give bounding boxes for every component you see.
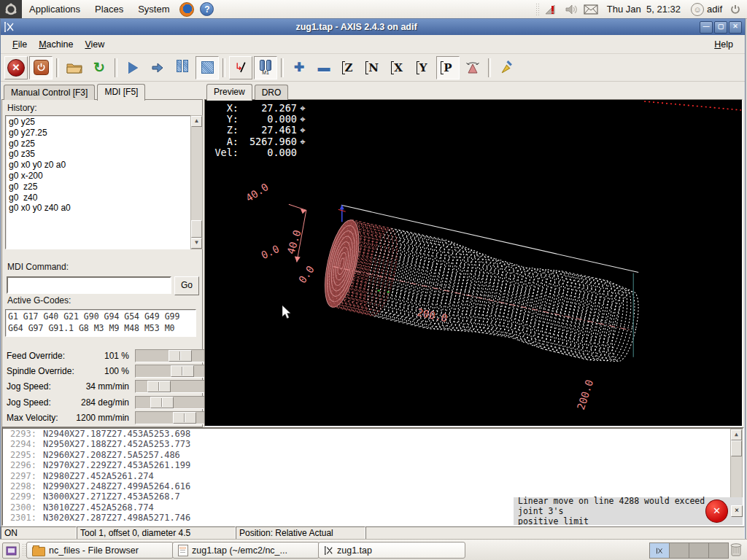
menu-view[interactable]: View (79, 38, 110, 51)
spindle-override-slider[interactable] (135, 365, 206, 378)
task-text-editor[interactable]: zug1.tap (~/emc2/nc_... (172, 542, 320, 559)
menu-machine[interactable]: Machine (33, 38, 79, 51)
workspace-1[interactable] (650, 543, 670, 558)
open-file-button[interactable] (63, 56, 86, 79)
view-x-button[interactable]: X (387, 56, 410, 79)
step-button[interactable] (146, 56, 169, 79)
history-item[interactable]: g0 x-200 (9, 171, 193, 182)
optional-stop-button[interactable]: M1 (254, 56, 277, 79)
view-z-button[interactable]: Z (337, 56, 360, 79)
slider-handle[interactable] (173, 412, 196, 424)
history-item[interactable]: g0 x0 y0 z40 a0 (9, 203, 193, 214)
gcode-line[interactable]: 2297:N2980Z27.452A5261.274 (3, 471, 743, 481)
dim-label-40-top: 40.0 (244, 181, 271, 204)
shutdown-applet[interactable] (729, 4, 741, 15)
slider-handle[interactable] (150, 397, 174, 408)
gcode-line-text: N2990X27.248Z27.499A5264.616 (43, 481, 190, 491)
feed-override-slider[interactable] (135, 349, 206, 362)
menu-file[interactable]: File (7, 38, 33, 51)
menu-help[interactable]: Help (708, 38, 739, 51)
history-item[interactable]: g0 z35 (9, 149, 193, 160)
scroll-thumb[interactable] (191, 220, 202, 238)
scroll-up-icon[interactable]: ▲ (731, 429, 742, 440)
mail-applet[interactable] (584, 4, 598, 15)
firefox-launcher[interactable] (179, 2, 194, 17)
gcode-listing[interactable]: 2293:N2940X27.187Z27.453A5253.698 2294:N… (1, 427, 744, 526)
history-scrollbar[interactable]: ▲ ▼ (190, 115, 203, 249)
network-applet[interactable] (544, 4, 559, 15)
tab-mdi[interactable]: MDI [F5] (97, 84, 145, 101)
menu-system[interactable]: System (131, 0, 177, 18)
jog-speed-deg-slider[interactable] (135, 396, 206, 409)
help-launcher[interactable]: ? (200, 2, 214, 16)
max-velocity-slider[interactable] (135, 411, 206, 424)
volume-applet[interactable] (565, 4, 578, 15)
show-desktop-button[interactable] (2, 542, 20, 559)
run-icon (128, 62, 138, 74)
tab-preview[interactable]: Preview (206, 84, 252, 101)
history-item[interactable]: g0 y27.25 (9, 128, 193, 139)
jog-speed-slider[interactable] (135, 380, 206, 393)
slider-handle[interactable] (171, 365, 194, 377)
menu-applications[interactable]: Applications (22, 0, 88, 18)
gcode-line[interactable]: 2293:N2940X27.187Z27.453A5253.698 (3, 429, 743, 439)
reload-button[interactable]: ↻ (88, 56, 111, 79)
zoom-in-button[interactable]: ✚ (287, 56, 311, 79)
trash-applet[interactable] (729, 542, 743, 560)
zoom-out-button[interactable]: ▬ (312, 56, 336, 79)
slider-handle[interactable] (169, 350, 192, 362)
notification-close-button[interactable]: × (731, 505, 743, 517)
view-perspective-button[interactable]: P (436, 56, 460, 79)
history-item[interactable]: g0 z25 (9, 182, 193, 192)
tab-manual-control[interactable]: Manual Control [F3] (4, 85, 95, 100)
machine-power-button[interactable] (29, 56, 53, 79)
task-file-browser[interactable]: nc_files - File Browser (26, 542, 174, 559)
tab-dro[interactable]: DRO (255, 85, 289, 100)
mdi-command-input[interactable] (7, 276, 171, 294)
preview-canvas[interactable]: 40.0 40.0 0.0 0.0 200.0 200.0 X: 27.267 (204, 99, 743, 427)
menu-places[interactable]: Places (88, 0, 131, 18)
panel-grip[interactable] (535, 3, 540, 16)
view-z-rotated-button[interactable]: N (362, 56, 385, 79)
maximize-button[interactable]: ▢ (714, 21, 727, 34)
workspace-3[interactable] (689, 543, 709, 558)
dro-z-value: 27.461 (239, 125, 297, 136)
open-folder-icon (66, 61, 82, 74)
task-axis[interactable]: zug1.tap (318, 542, 465, 559)
user-switcher[interactable]: ☺ adif (686, 3, 727, 16)
distro-menu-button[interactable] (0, 0, 22, 18)
history-item[interactable]: g0 z40 (9, 192, 193, 203)
gcode-line[interactable]: 2294:N2950X27.188Z27.452A5253.773 (3, 439, 743, 449)
close-button[interactable]: ✕ (729, 21, 742, 34)
dro-vel-value: 0.000 (239, 147, 297, 158)
clear-plot-button[interactable] (495, 56, 518, 79)
titlebar[interactable]: zug1.tap - AXIS 2.4.3 on adif — ▢ ✕ (1, 19, 745, 35)
estop-button[interactable]: ✕ (4, 56, 28, 79)
tool-status: Tool 1, offset 0, diameter 4.5 (77, 526, 236, 540)
run-from-line-button[interactable] (229, 56, 252, 79)
history-item[interactable]: g0 x0 y0 z0 a0 (9, 160, 193, 171)
stop-button[interactable] (196, 56, 219, 79)
gcode-line[interactable]: 2298:N2990X27.248Z27.499A5264.616 (3, 481, 743, 491)
clock-applet[interactable]: Thu Jan 5, 21:32 (601, 4, 686, 15)
gcode-line[interactable]: 2295:N2960X27.208Z27.5A5257.486 (3, 450, 743, 460)
go-button[interactable]: Go (174, 276, 199, 295)
homed-icon: ⌖ (297, 103, 309, 114)
scroll-up-icon[interactable]: ▲ (191, 116, 202, 127)
scroll-down-icon[interactable]: ▼ (191, 238, 202, 249)
run-button[interactable] (121, 56, 144, 79)
slider-handle[interactable] (147, 381, 171, 392)
history-item[interactable]: g0 z25 (9, 139, 193, 149)
dro-vel-row: Vel: 0.000 (206, 147, 309, 158)
rotate-view-button[interactable] (461, 56, 484, 79)
pause-button[interactable] (171, 56, 194, 79)
gcode-line-text: N2980Z27.452A5261.274 (43, 471, 154, 481)
gcode-line[interactable]: 2296:N2970X27.229Z27.453A5261.199 (3, 460, 743, 470)
view-y-button[interactable]: Y (411, 56, 435, 79)
minimize-button[interactable]: — (700, 21, 713, 34)
mdi-history-list[interactable]: g0 y25 g0 y27.25 g0 z25 g0 z35 g0 x0 y0 … (5, 115, 196, 249)
workspace-2[interactable] (670, 543, 689, 558)
scroll-thumb[interactable] (731, 440, 742, 456)
history-item[interactable]: g0 y25 (9, 117, 193, 128)
workspace-4[interactable] (709, 543, 728, 558)
